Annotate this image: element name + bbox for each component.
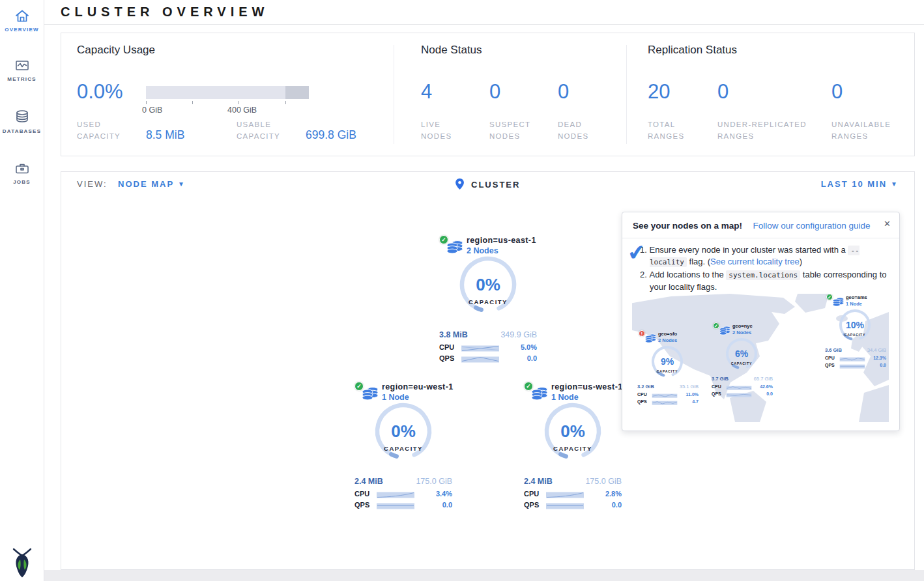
step-text: Add locations to the: [649, 270, 726, 279]
databases-icon: [0, 108, 44, 126]
qps-value: 0.0: [880, 363, 886, 367]
used-value: 2.4 MiB: [354, 477, 383, 486]
sidebar-item-label: JOBS: [0, 179, 44, 185]
map-pin-icon: [455, 178, 467, 190]
close-icon[interactable]: ✕: [884, 219, 891, 229]
total-value: 34.4 GiB: [867, 347, 886, 353]
summary-panel: Capacity Usage 0.0% 0 GiB 400 GiB USED C…: [61, 33, 915, 156]
cpu-sparkline: [546, 490, 584, 498]
capacity-percent: 9%: [661, 356, 674, 367]
dead-nodes-value: 0: [558, 80, 569, 104]
cpu-row: CPU 5.0%: [439, 343, 537, 352]
node-card-eu-west-1[interactable]: ✓ region=eu-west-1 1 Node 0% CAPACITY 2.…: [348, 382, 459, 512]
capacity-gauge: 0% CAPACITY: [537, 399, 609, 470]
qps-row: QPS 0.0: [825, 363, 886, 369]
cpu-sparkline: [377, 490, 414, 498]
node-card-us-west-1[interactable]: ✓ region=us-west-1 1 Node 0% CAPACITY 2.…: [517, 382, 628, 512]
sidebar-item-label: DATABASES: [0, 128, 44, 134]
qps-label: QPS: [712, 391, 721, 396]
capacity-range: 2.4 MiB 175.0 GiB: [354, 477, 452, 486]
dead-nodes-label: DEAD NODES: [558, 119, 607, 143]
tick-mark: [192, 101, 193, 104]
live-nodes-value: 4: [421, 80, 432, 104]
qps-label: QPS: [524, 501, 539, 509]
cockroachdb-logo: [8, 546, 36, 581]
used-value: 3.8 MiB: [439, 330, 468, 339]
qps-sparkline: [461, 355, 499, 363]
tick-mark: [238, 101, 239, 104]
node-status-title: Node Status: [421, 44, 482, 57]
qps-label: QPS: [637, 399, 647, 404]
step-text: flag. (: [687, 257, 710, 266]
cpu-value: 42.6%: [760, 384, 773, 389]
capacity-gauge: 6% CAPACITY: [721, 335, 762, 376]
qps-sparkline: [726, 392, 752, 397]
sidebar-item-databases[interactable]: DATABASES: [0, 108, 44, 134]
capacity-label: CAPACITY: [469, 298, 508, 305]
cpu-row: CPU 12.3%: [825, 356, 886, 361]
step-text: Ensure every node in your cluster was st…: [649, 245, 848, 255]
cluster-overview-page: OVERVIEW METRICS DATABASES: [0, 0, 924, 581]
example-node-map-image: ! geo=sfo 2 Nodes 9% CAPACITY 3.2 GiB: [632, 294, 889, 422]
qps-row: QPS 0.0: [524, 501, 622, 509]
total-value: 349.9 GiB: [500, 330, 537, 339]
capacity-usage-title: Capacity Usage: [77, 44, 155, 57]
sidebar-item-label: OVERVIEW: [0, 27, 44, 33]
capacity-range: 3.8 MiB 349.9 GiB: [439, 330, 537, 339]
step-number: 2.: [640, 270, 647, 279]
locality-tree-link[interactable]: See current locality tree: [710, 257, 800, 266]
sidebar-item-metrics[interactable]: METRICS: [0, 57, 44, 82]
capacity-label: CAPACITY: [553, 445, 592, 452]
qps-value: 4.7: [692, 399, 699, 404]
capacity-gauge: 10% CAPACITY: [834, 307, 876, 347]
step-text: ): [800, 257, 802, 266]
metrics-icon: [0, 57, 44, 74]
capacity-label: CAPACITY: [657, 369, 678, 373]
cpu-label: CPU: [354, 490, 369, 498]
region-name: geo=nyc: [732, 323, 753, 329]
qps-label: QPS: [825, 363, 835, 367]
node-count: 1 Node: [846, 301, 862, 307]
total-ranges-value: 20: [648, 80, 670, 104]
tick-mark: [146, 101, 147, 104]
used-value: 3.2 GiB: [637, 384, 654, 390]
cpu-sparkline: [652, 393, 678, 398]
capacity-range: 2.4 MiB 175.0 GiB: [524, 477, 622, 486]
cpu-row: CPU 3.4%: [354, 490, 452, 498]
total-value: 175.0 GiB: [416, 477, 452, 486]
mini-node-card-nyc: ✓ geo=nyc 2 Nodes 6% CAPACITY 3.7 GiB: [709, 322, 774, 399]
usable-capacity-label: USABLE CAPACITY: [237, 119, 295, 143]
setup-step-2: 2. Add locations to the system.locations…: [640, 269, 889, 292]
capacity-percent: 0%: [560, 421, 585, 441]
time-range-dropdown[interactable]: LAST 10 MIN▼: [821, 179, 899, 189]
qps-value: 0.0: [442, 501, 452, 509]
view-bar: VIEW: NODE MAP▼ CLUSTER LAST 10 MIN▼: [61, 171, 915, 195]
live-nodes-label: LIVE NODES: [421, 119, 470, 143]
used-capacity-label: USED CAPACITY: [77, 119, 132, 143]
jobs-icon: [0, 160, 44, 177]
node-card-us-east-1[interactable]: ✓ region=us-east-1 2 Nodes 0% CAPACITY 3…: [433, 235, 543, 365]
node-map-setup-popup: See your nodes on a map! Follow our conf…: [622, 212, 900, 431]
cpu-row: CPU 42.6%: [712, 384, 773, 390]
unavailable-ranges-value: 0: [831, 80, 843, 104]
cpu-label: CPU: [712, 384, 721, 389]
configuration-guide-link[interactable]: Follow our configuration guide: [753, 221, 871, 231]
map-breadcrumb[interactable]: CLUSTER: [61, 178, 914, 190]
sidebar-item-overview[interactable]: OVERVIEW: [0, 8, 44, 33]
total-value: 35.1 GiB: [680, 384, 699, 390]
cpu-label: CPU: [637, 392, 647, 397]
qps-label: QPS: [439, 354, 454, 362]
mini-node-card-sfo: ! geo=sfo 2 Nodes 9% CAPACITY 3.2 GiB: [635, 330, 700, 407]
qps-value: 0.0: [766, 391, 773, 396]
qps-sparkline: [652, 400, 678, 405]
used-capacity-value: 8.5 MiB: [146, 128, 184, 142]
setup-step-1: 1. Ensure every node in your cluster was…: [640, 244, 889, 268]
suspect-nodes-value: 0: [489, 80, 500, 104]
cpu-label: CPU: [825, 356, 835, 360]
node-map-panel: ✓ region=us-east-1 2 Nodes 0% CAPACITY 3…: [61, 195, 915, 570]
sidebar-item-label: METRICS: [0, 76, 44, 82]
qps-value: 0.0: [527, 354, 537, 362]
sidebar-item-jobs[interactable]: JOBS: [0, 160, 44, 185]
capacity-range: 3.6 GiB 34.4 GiB: [825, 347, 886, 353]
used-value: 2.4 MiB: [524, 477, 553, 486]
